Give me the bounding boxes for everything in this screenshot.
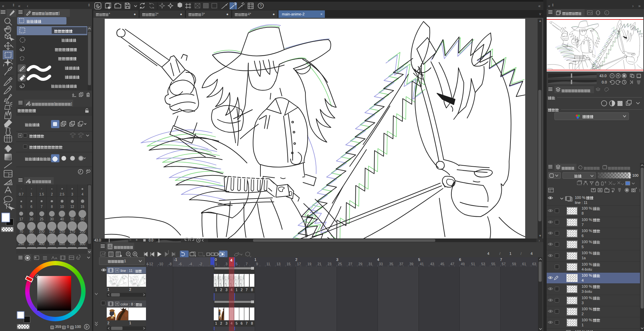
svg-text:i: i [606, 11, 607, 15]
svg-text:Px: Px [79, 136, 82, 138]
svg-text:?: ? [260, 4, 262, 8]
svg-text:%: % [71, 136, 73, 138]
